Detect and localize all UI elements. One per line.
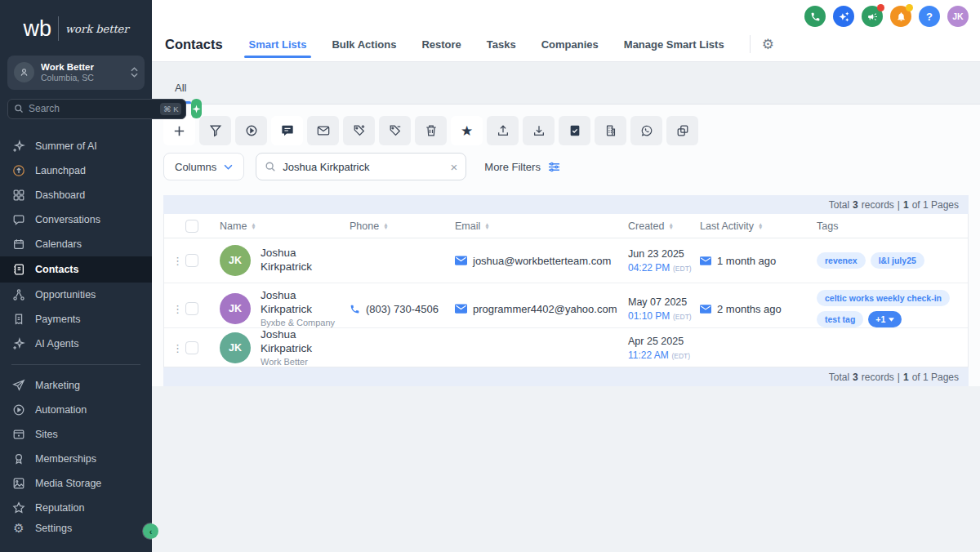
page-current: 1 xyxy=(903,372,909,383)
validate-email-button[interactable] xyxy=(559,116,590,145)
sidebar-item-label: Summer of AI xyxy=(35,140,97,152)
spark-icon xyxy=(191,104,202,114)
column-header-name[interactable]: Name▲▼ xyxy=(220,220,350,232)
column-header-last-activity[interactable]: Last Activity▲▼ xyxy=(700,220,817,232)
sidebar-item-contacts[interactable]: Contacts xyxy=(0,256,152,283)
contact-name[interactable]: Joshua Kirkpatrick xyxy=(261,247,350,274)
sidebar-search[interactable]: ⌘ K xyxy=(7,99,186,119)
sidebar-item-memberships[interactable]: Memberships xyxy=(0,447,152,471)
tags-cell: celtic works weekly check-in test tag +1 xyxy=(817,283,968,334)
sidebar-item-sites[interactable]: Sites xyxy=(0,422,152,447)
row-menu-icon[interactable]: ⋮ xyxy=(172,342,180,354)
tab-companies[interactable]: Companies xyxy=(540,29,600,60)
column-header-email[interactable]: Email▲▼ xyxy=(455,220,628,232)
more-tags-button[interactable]: +1 xyxy=(868,311,902,327)
merge-contacts-button[interactable] xyxy=(666,116,698,145)
brand-logo-script: work better xyxy=(65,23,129,35)
tags-cell xyxy=(817,341,968,354)
row-checkbox[interactable] xyxy=(185,341,198,354)
sidebar-item-ai-agents[interactable]: AI Agents xyxy=(0,332,152,356)
column-header-created[interactable]: Created▲▼ xyxy=(628,220,700,232)
records-summary-top: Total 3 records | 1 of 1 Pages xyxy=(163,195,969,214)
add-contact-button[interactable] xyxy=(163,116,195,145)
sidebar-item-summer-of-ai[interactable]: Summer of AI xyxy=(0,134,152,158)
sort-icon[interactable]: ▲▼ xyxy=(251,223,256,229)
account-switcher[interactable]: Work Better Columbia, SC xyxy=(7,56,145,90)
select-all-checkbox[interactable] xyxy=(185,220,198,233)
columns-dropdown[interactable]: Columns xyxy=(163,153,244,180)
sidebar-item-settings[interactable]: ⚙ Settings xyxy=(0,516,152,541)
delete-button[interactable] xyxy=(415,116,447,145)
row-checkbox[interactable] xyxy=(185,254,198,267)
contact-search[interactable]: × xyxy=(256,153,466,180)
contact-name[interactable]: Joshua Kirkpatrick xyxy=(261,289,350,317)
add-tag-button[interactable] xyxy=(343,116,375,145)
sidebar-item-label: Memberships xyxy=(35,453,96,465)
sidebar-item-opportunities[interactable]: Opportunities xyxy=(0,283,152,307)
table-row[interactable]: ⋮ JK Joshua Kirkpatrick joshua@workbette… xyxy=(164,238,968,283)
tag-pill[interactable]: l&l july25 xyxy=(871,252,924,269)
sort-icon[interactable]: ▲▼ xyxy=(758,223,763,229)
ai-assistant-button[interactable] xyxy=(191,99,202,118)
sort-icon[interactable]: ▲▼ xyxy=(383,223,388,229)
add-to-company-button[interactable] xyxy=(595,116,626,145)
tab-restore[interactable]: Restore xyxy=(420,29,462,60)
favorite-button[interactable]: ★ xyxy=(451,116,483,145)
sort-icon[interactable]: ▲▼ xyxy=(668,223,673,229)
tag-plus-icon xyxy=(353,124,366,137)
export-button[interactable] xyxy=(487,116,519,145)
announcements-button[interactable] xyxy=(862,6,883,27)
contact-name[interactable]: Joshua Kirkpatrick xyxy=(261,328,350,356)
column-header-phone[interactable]: Phone▲▼ xyxy=(350,220,455,232)
contact-search-input[interactable] xyxy=(283,161,443,173)
columns-label: Columns xyxy=(175,161,216,173)
sidebar-collapse-button[interactable]: ‹ xyxy=(143,523,158,539)
tab-tasks[interactable]: Tasks xyxy=(485,29,518,60)
sort-icon[interactable]: ▲▼ xyxy=(484,223,489,229)
account-switch-chevrons-icon xyxy=(131,67,138,78)
help-button[interactable]: ? xyxy=(919,6,940,27)
row-checkbox[interactable] xyxy=(185,302,198,315)
notifications-button[interactable] xyxy=(890,6,911,27)
ai-sparkles-button[interactable] xyxy=(833,6,854,27)
table-row[interactable]: ⋮ JK Joshua Kirkpatrick Work Better Apr … xyxy=(164,328,968,367)
sidebar-item-automation[interactable]: Automation xyxy=(0,398,152,422)
tag-minus-icon xyxy=(389,124,402,137)
tab-smart-lists[interactable]: Smart Lists xyxy=(247,29,309,60)
sidebar-item-label: AI Agents xyxy=(35,338,79,349)
sidebar-item-launchpad[interactable]: Launchpad xyxy=(0,158,152,183)
tab-bulk-actions[interactable]: Bulk Actions xyxy=(330,29,398,60)
row-menu-icon[interactable]: ⋮ xyxy=(172,303,180,315)
import-button[interactable] xyxy=(523,116,555,145)
created-time: 11:22 AM xyxy=(628,349,669,361)
tag-pill[interactable]: revenex xyxy=(817,252,866,269)
contact-email: joshua@workbetterteam.com xyxy=(473,255,611,267)
start-campaign-button[interactable] xyxy=(235,116,267,145)
tag-pill[interactable]: celtic works weekly check-in xyxy=(817,290,950,306)
tab-manage-smart-lists[interactable]: Manage Smart Lists xyxy=(622,29,726,60)
sidebar-item-dashboard[interactable]: Dashboard xyxy=(0,183,152,207)
page-title: Contacts xyxy=(165,37,223,52)
clear-search-icon[interactable]: × xyxy=(451,161,458,173)
sidebar-search-input[interactable] xyxy=(29,103,155,114)
user-avatar[interactable]: JK xyxy=(947,6,969,27)
sidebar-item-conversations[interactable]: Conversations xyxy=(0,207,152,232)
tag-pill[interactable]: test tag xyxy=(817,311,863,327)
sidebar-item-media-storage[interactable]: Media Storage xyxy=(0,471,152,496)
phone-icon-button[interactable] xyxy=(804,6,826,27)
sidebar-item-marketing[interactable]: Marketing xyxy=(0,373,152,398)
row-menu-icon[interactable]: ⋮ xyxy=(172,255,180,267)
sidebar-item-payments[interactable]: Payments xyxy=(0,307,152,332)
filter-button[interactable] xyxy=(199,116,231,145)
chat-bubble-icon xyxy=(11,213,26,226)
contact-avatar: JK xyxy=(220,293,251,324)
whatsapp-button[interactable] xyxy=(630,116,662,145)
email-cell: joshua@workbetterteam.com xyxy=(455,255,628,267)
remove-tag-button[interactable] xyxy=(379,116,411,145)
send-email-button[interactable] xyxy=(307,116,339,145)
list-settings-gear-icon[interactable]: ⚙ xyxy=(762,36,774,52)
more-filters-button[interactable]: More Filters xyxy=(478,156,567,178)
table-row[interactable]: ⋮ JK Joshua Kirkpatrick Byxbe & Company … xyxy=(164,283,968,328)
sidebar-item-calendars[interactable]: Calendars xyxy=(0,232,152,256)
send-sms-button[interactable] xyxy=(271,116,303,145)
